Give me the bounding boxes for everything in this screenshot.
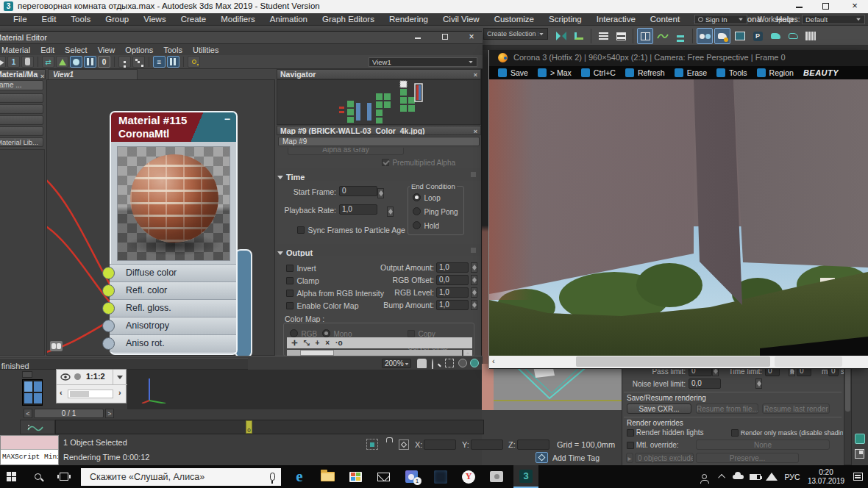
frame-counter-field[interactable]: 0 / 1: [34, 409, 104, 418]
sign-in-button[interactable]: Sign In: [694, 15, 747, 24]
browser-search-field[interactable]: Search by Name ...: [0, 80, 43, 90]
zoom-region-icon[interactable]: [445, 359, 454, 367]
curve-editor-icon[interactable]: [655, 28, 671, 44]
viewport-lower[interactable]: [127, 370, 482, 409]
add-time-tag-icon[interactable]: [536, 452, 548, 463]
maximize-icon[interactable]: [442, 34, 448, 40]
ms-store-icon[interactable]: [344, 465, 366, 488]
navigator-body[interactable]: [277, 79, 481, 125]
param-spinner[interactable]: [471, 262, 477, 273]
node-slot[interactable]: Refl. gloss.: [110, 299, 236, 317]
corona-toolbar-button[interactable]: > Max: [538, 68, 572, 77]
move-point-icon[interactable]: ✛: [291, 339, 297, 347]
start-frame-spinner[interactable]: [377, 188, 384, 198]
mail-icon[interactable]: [372, 465, 394, 488]
slot-socket-icon[interactable]: [102, 284, 115, 297]
collapse-icon[interactable]: −: [224, 113, 230, 125]
wifi-icon[interactable]: [764, 465, 780, 488]
close-icon[interactable]: ×: [850, 0, 860, 12]
param-spinner[interactable]: [471, 287, 477, 298]
param-field[interactable]: 0,0: [436, 275, 469, 285]
view-tab[interactable]: View1: [48, 69, 138, 79]
material-id-list-icon[interactable]: ≡: [153, 56, 166, 68]
minimize-icon[interactable]: [415, 37, 421, 39]
scrollbar-thumb[interactable]: [576, 356, 770, 367]
preserve-button[interactable]: Preserve...: [696, 453, 799, 463]
end-condition-option[interactable]: Ping Pong: [413, 204, 463, 218]
menu-item[interactable]: Material: [0, 46, 35, 54]
z-field[interactable]: [517, 439, 549, 450]
slot-socket-icon[interactable]: [102, 337, 115, 350]
prev-frame-button[interactable]: <: [24, 409, 32, 418]
photoshop-icon[interactable]: [430, 465, 452, 488]
excluded-button[interactable]: 0 objects excluded...: [635, 453, 694, 463]
selection-region-icon[interactable]: [366, 439, 378, 450]
scene-explorer-icon[interactable]: [613, 28, 629, 44]
menu-item[interactable]: Content: [643, 15, 687, 24]
maximize-viewport-icon[interactable]: [855, 449, 864, 459]
render-iterative-teapot-icon[interactable]: [785, 28, 801, 44]
save-cxr-button[interactable]: Save CXR...: [627, 403, 691, 414]
material-preview[interactable]: [117, 146, 230, 261]
people-icon[interactable]: [693, 465, 715, 488]
alisa-search-box[interactable]: Скажите «Слушай, Алиса»: [81, 468, 281, 486]
chevron-down-icon[interactable]: [117, 376, 123, 379]
scrollbar-thumb2[interactable]: [775, 356, 842, 367]
schematic-view-icon[interactable]: [672, 28, 689, 44]
menu-item[interactable]: Civil View: [435, 15, 487, 24]
menu-item[interactable]: Select: [60, 46, 93, 54]
maxscript-pink-row[interactable]: [1, 436, 58, 450]
resume-last-button[interactable]: Resume last render: [762, 403, 830, 414]
y-field[interactable]: [471, 439, 503, 450]
production-render-icon[interactable]: P: [750, 28, 766, 44]
tray-expand-icon[interactable]: [715, 465, 730, 488]
menu-item[interactable]: Tools: [63, 15, 98, 24]
mtl-override-checkbox[interactable]: Mtl. override:: [627, 441, 679, 449]
excluded-toggle-icon[interactable]: ▸: [626, 453, 633, 463]
viewport-layout-icon[interactable]: [637, 28, 653, 44]
pan-hand-icon[interactable]: [417, 359, 427, 368]
corona-toolbar-button[interactable]: Erase: [675, 68, 707, 77]
corona-toolbar-button[interactable]: Ctrl+C: [581, 68, 616, 77]
start-button[interactable]: [0, 465, 22, 488]
param-field[interactable]: 1,0: [436, 262, 469, 273]
menu-item[interactable]: Interactive: [589, 15, 643, 24]
connection-style-icon[interactable]: [132, 56, 145, 68]
node-slot[interactable]: Refl. color: [110, 281, 236, 299]
scrollbar-thumb[interactable]: [845, 366, 850, 412]
add-time-tag[interactable]: Add Time Tag: [552, 453, 619, 462]
mtl-none-button[interactable]: None: [696, 439, 830, 450]
scroll-right-icon[interactable]: ›: [118, 388, 121, 397]
render-setup-icon[interactable]: [714, 28, 730, 44]
only-masks-checkbox[interactable]: Render only masks (disable shading): [731, 428, 843, 437]
show-background-icon[interactable]: [84, 56, 96, 68]
time-rollout-header[interactable]: Time: [277, 170, 480, 181]
eye-icon[interactable]: [60, 373, 71, 381]
scrollbar-thumb[interactable]: [70, 391, 89, 397]
select-tool-icon[interactable]: [0, 56, 6, 68]
reset-curve-icon[interactable]: ·o: [335, 339, 342, 347]
menu-item[interactable]: Group: [98, 15, 136, 24]
param-spinner[interactable]: [471, 275, 477, 285]
zoom-extents-all-icon[interactable]: [855, 434, 865, 444]
browser-rollout[interactable]: [0, 115, 43, 125]
slot-socket-icon[interactable]: [102, 320, 115, 332]
timeline-tab[interactable]: [20, 420, 55, 434]
menu-item[interactable]: Scripting: [541, 15, 589, 24]
render-production-teapot-icon[interactable]: [767, 28, 783, 44]
browser-rollout[interactable]: Material Lib...: [0, 137, 43, 147]
menu-item[interactable]: View: [93, 46, 121, 54]
dialog-scrollbar[interactable]: [844, 364, 852, 465]
add-point-icon[interactable]: +: [315, 339, 319, 347]
thumbnail-grid-icon[interactable]: [167, 56, 179, 68]
menu-item[interactable]: Graph Editors: [315, 15, 382, 24]
align-icon[interactable]: [571, 28, 587, 44]
hide-unused-slots-icon[interactable]: [56, 56, 68, 68]
playback-rate-field[interactable]: 1,0: [339, 204, 377, 215]
param-field[interactable]: 1,0: [436, 287, 469, 298]
onedrive-icon[interactable]: [730, 465, 746, 488]
scale-point-icon[interactable]: ⤡: [303, 339, 309, 348]
paint-icon[interactable]: [485, 465, 508, 488]
corona-toolbar-button[interactable]: Region: [757, 68, 794, 77]
rollout-pin-icon[interactable]: [471, 172, 476, 177]
